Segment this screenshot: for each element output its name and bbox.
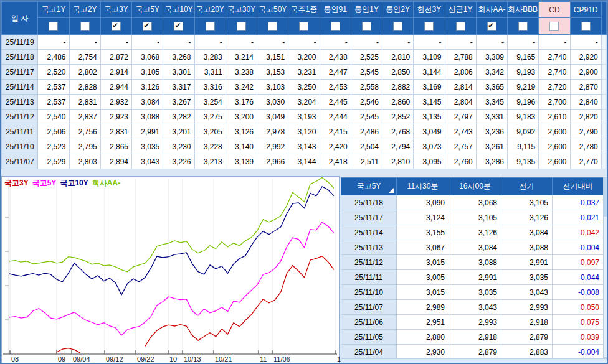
column-header-산금1Y[interactable]: 산금1Y (445, 2, 476, 18)
rate-cell: 2,756 (69, 124, 100, 139)
scroll-gutter-cell (601, 35, 606, 50)
column-checkbox-국주1종[interactable] (299, 22, 308, 31)
yield-chart-panel: 국고3Y국고5Y국고10Y회사AA- 080909/0409/1209/2210… (1, 176, 340, 364)
column-checkbox-국고3Y[interactable] (112, 22, 121, 31)
detail-row: 25/11/052,8802,9182,8790,039 (341, 330, 604, 345)
date-column-header[interactable]: 일 자 (2, 2, 38, 35)
detail-row: 25/11/103,0153,0353,043-0,008 (341, 285, 604, 300)
scroll-gutter-cell (601, 110, 606, 124)
column-checkbox-회사BBB-[interactable] (518, 22, 528, 31)
rate-cell: - (100, 35, 131, 50)
rate-cell: 2,804 (445, 95, 476, 110)
column-checkbox-국고50Y[interactable] (268, 22, 277, 31)
detail-column-header-국고5Y[interactable]: 국고5Y (341, 178, 397, 195)
rate-cell: 9,183 (508, 110, 539, 124)
rate-cell: 2,810 (382, 154, 414, 169)
column-checkbox-국고5Y[interactable] (143, 22, 152, 31)
prev-value-cell: 2,879 (501, 330, 553, 345)
column-checkbox-회사AA-[interactable] (487, 22, 496, 31)
detail-date-cell: 25/11/04 (341, 345, 397, 360)
rate-cell: 3,043 (132, 154, 163, 169)
column-checkbox-CD[interactable] (549, 22, 559, 31)
header-label-row: 일 자국고1Y국고2Y국고3Y국고5Y국고10Y국고20Y국고30Y국고50Y국… (2, 2, 607, 18)
rate-cell: 2,840 (570, 95, 601, 110)
column-header-국고10Y[interactable]: 국고10Y (163, 2, 194, 18)
detail-vertical-scrollbar[interactable] (603, 177, 608, 358)
column-header-CD[interactable]: CD (539, 2, 570, 18)
rate-cell: 3,317 (163, 80, 194, 95)
rate-cell: 2,537 (38, 95, 69, 110)
rate-cell: - (38, 35, 69, 50)
rate-cell: 2,852 (382, 110, 414, 124)
rate-cell: 3,205 (194, 124, 226, 139)
rate-cell: 2,810 (382, 50, 414, 65)
column-header-한전3Y[interactable]: 한전3Y (414, 2, 445, 18)
column-header-통안91[interactable]: 통안91 (320, 2, 351, 18)
value-1130-cell: 3,090 (397, 195, 449, 210)
column-header-통안2Y[interactable]: 통안2Y (382, 2, 414, 18)
column-checkbox-국고1Y[interactable] (49, 22, 58, 31)
column-header-국고2Y[interactable]: 국고2Y (69, 2, 100, 18)
column-checkbox-통안91[interactable] (331, 22, 340, 31)
column-header-국고5Y[interactable]: 국고5Y (132, 2, 163, 18)
detail-horizontal-scrollbar[interactable] (341, 358, 608, 364)
rate-cell: 2,743 (445, 124, 476, 139)
detail-column-header-전기[interactable]: 전기 (501, 178, 553, 195)
column-header-국주1종[interactable]: 국주1종 (288, 2, 320, 18)
rate-cell: 2,504 (351, 139, 382, 154)
column-header-국고30Y[interactable]: 국고30Y (226, 2, 257, 18)
column-checkbox-한전3Y[interactable] (424, 22, 434, 31)
legend-item-회사AA-: 회사AA- (92, 179, 120, 187)
value-1130-cell: 3,015 (397, 255, 449, 270)
prev-value-cell: 2,993 (501, 300, 553, 315)
prev-value-cell: 3,126 (501, 210, 553, 225)
column-checkbox-국고10Y[interactable] (174, 22, 183, 31)
detail-column-header-16시00분[interactable]: 16시00분 (449, 178, 501, 195)
rate-cell: 2,872 (100, 50, 131, 65)
detail-date-cell: 25/11/05 (341, 330, 397, 345)
column-checkbox-국고20Y[interactable] (206, 22, 215, 31)
rate-cell: - (226, 35, 257, 50)
rate-cell: 2,540 (38, 110, 69, 124)
rate-cell: 2,991 (132, 124, 163, 139)
rate-cell: 3,151 (257, 50, 288, 65)
rate-cell: 3,176 (226, 95, 257, 110)
rate-cell: - (382, 35, 414, 50)
rate-cell: 2,768 (382, 124, 414, 139)
detail-column-header-11시30분[interactable]: 11시30분 (397, 178, 449, 195)
column-checkbox-CP91D[interactable] (581, 22, 591, 31)
detail-column-header-전기대비[interactable]: 전기대비 (553, 178, 604, 195)
value-1600-cell: 2,879 (449, 345, 501, 360)
rate-cell: 3,139 (226, 154, 257, 169)
value-1600-cell: 3,035 (449, 285, 501, 300)
column-checkbox-국고30Y[interactable] (237, 22, 246, 31)
rate-cell: - (163, 35, 194, 50)
rate-cell: 2,453 (320, 80, 351, 95)
column-checkbox-국고2Y[interactable] (80, 22, 90, 31)
rate-cell: 2,992 (257, 139, 288, 154)
column-header-국고50Y[interactable]: 국고50Y (257, 2, 288, 18)
scroll-gutter-cell (601, 154, 606, 169)
change-cell: 0,042 (553, 225, 604, 240)
column-header-회사AA-[interactable]: 회사AA- (476, 2, 507, 18)
rate-cell: 2,828 (69, 80, 100, 95)
value-1600-cell: 3,126 (449, 225, 501, 240)
column-header-통안1Y[interactable]: 통안1Y (351, 2, 382, 18)
column-header-국고1Y[interactable]: 국고1Y (38, 2, 69, 18)
rate-cell: 3,311 (194, 65, 226, 80)
column-checkbox-통안2Y[interactable] (393, 22, 402, 31)
checkbox-cell-회사BBB- (508, 18, 539, 35)
value-1600-cell: 2,991 (449, 270, 501, 285)
scrollbar-thumb[interactable] (604, 178, 607, 217)
column-header-국고3Y[interactable]: 국고3Y (100, 2, 131, 18)
rate-cell: 2,820 (570, 110, 601, 124)
column-checkbox-산금1Y[interactable] (456, 22, 465, 31)
column-header-회사BBB-[interactable]: 회사BBB- (508, 2, 539, 18)
x-axis-label: 08 (11, 355, 19, 363)
x-axis-label: 11 (260, 355, 267, 363)
column-header-CP91D[interactable]: CP91D (570, 2, 601, 18)
x-axis-label: 10 (169, 355, 177, 363)
column-header-국고20Y[interactable]: 국고20Y (194, 2, 226, 18)
column-checkbox-통안1Y[interactable] (362, 22, 371, 31)
change-cell: -0,044 (553, 270, 604, 285)
